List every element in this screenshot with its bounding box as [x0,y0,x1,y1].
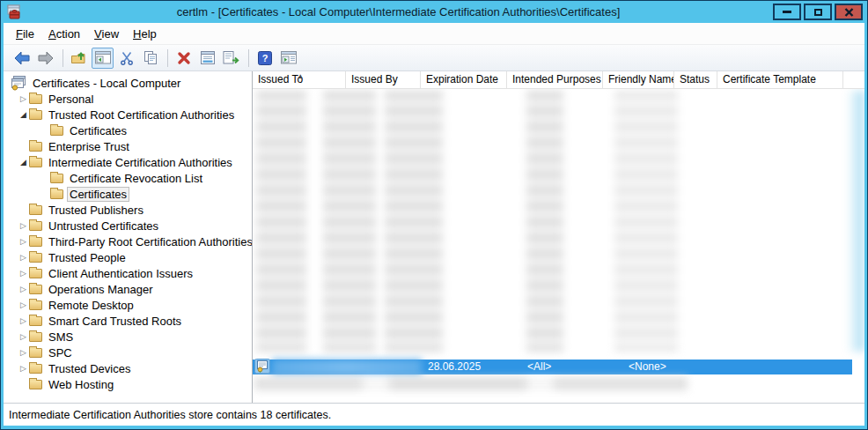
toolbar-separator [167,49,168,67]
menu-help[interactable]: Help [126,25,164,43]
tree-item-smart-card-trusted-roots[interactable]: Smart Card Trusted Roots [4,313,252,329]
tree-item-trusted-publishers[interactable]: Trusted Publishers [4,202,252,218]
selected-friendly-name: <None> [629,360,666,373]
certlm-window: certlm - [Certificates - Local Computer\… [0,0,868,430]
tree-item-trusted-people[interactable]: Trusted People [4,249,252,265]
action-pane-toggle-button[interactable] [277,48,299,69]
list-body[interactable]: 28.06.2025 <All> <None> [253,89,864,403]
menu-view[interactable]: View [87,25,126,43]
tree-item-operations-manager[interactable]: Operations Manager [4,281,252,297]
column-issued-by[interactable]: Issued By [346,71,421,88]
column-status[interactable]: Status [674,71,717,88]
delete-button[interactable] [173,48,195,69]
column-expiration-date[interactable]: Expiration Date [421,71,507,88]
collapse-arrow-icon[interactable] [18,158,29,167]
tree-item-certificate-revocation-list[interactable]: Certificate Revocation List [4,170,252,186]
folder-icon [29,94,42,104]
tree-item-client-authentication-issuers[interactable]: Client Authentication Issuers [4,265,252,281]
folder-icon [50,126,63,136]
folder-icon [29,110,42,120]
tree-item-intermediate-certification-authorities[interactable]: Intermediate Certification Authorities [4,154,252,170]
help-button[interactable]: ? [254,48,276,69]
column-certificate-template[interactable]: Certificate Template [717,71,843,88]
console-tree-toggle-button[interactable] [92,48,114,69]
expand-arrow-icon[interactable] [18,237,29,246]
folder-icon [50,174,63,183]
menu-file[interactable]: File [9,25,41,43]
expand-arrow-icon[interactable] [18,285,29,293]
folder-icon [29,253,42,263]
copy-button[interactable] [139,48,161,69]
mmc-console-icon [5,4,23,21]
back-button[interactable] [11,48,33,69]
titlebar[interactable]: certlm - [Certificates - Local Computer\… [4,1,864,23]
help-icon: ? [258,51,272,65]
column-intended-purposes[interactable]: Intended Purposes [507,71,603,88]
tree-item-third-party-root-certification-authorities[interactable]: Third-Party Root Certification Authoriti… [4,234,252,249]
folder-icon [50,189,63,199]
properties-button[interactable] [196,48,218,69]
folder-icon [29,300,42,310]
close-button[interactable] [835,4,863,20]
expand-arrow-icon[interactable] [18,300,29,309]
toolbar-separator [63,49,63,67]
expand-arrow-icon[interactable] [18,221,29,230]
certificates-store-root-icon [11,76,26,91]
tree-item-web-hosting[interactable]: Web Hosting [4,376,252,392]
tree-item-sms[interactable]: SMS [4,329,252,345]
folder-icon [29,158,42,167]
statusbar: Intermediate Certification Authorities s… [4,403,864,426]
expand-arrow-icon[interactable] [18,94,29,103]
back-icon [13,51,31,65]
minimize-button[interactable] [773,4,801,20]
action-pane-icon [281,51,297,64]
selected-certificate-row[interactable]: 28.06.2025 <All> <None> [253,360,852,374]
selected-expiration-date: 28.06.2025 [428,360,481,373]
menu-action[interactable]: Action [41,25,87,43]
collapse-arrow-icon[interactable] [18,110,29,119]
tree-item-trusted-devices[interactable]: Trusted Devices [4,360,252,376]
forward-icon [37,51,55,65]
tree-item-trusted-root-certification-authorities[interactable]: Trusted Root Certification Authorities [4,107,252,122]
column-friendly-name[interactable]: Friendly Name [603,71,674,88]
cut-button[interactable] [115,48,137,69]
tree-item-enterprise-trust[interactable]: Enterprise Trust [4,138,252,154]
tree-item-spc[interactable]: SPC [4,345,252,360]
tree-item-untrusted-certificates[interactable]: Untrusted Certificates [4,218,252,234]
export-list-button[interactable] [220,48,242,69]
up-one-level-icon [70,50,88,65]
tree-item-certificates-local-computer[interactable]: Certificates - Local Computer [4,75,252,91]
folder-icon [29,332,42,342]
main-area: Certificates - Local Computer Personal T… [4,71,864,403]
expand-arrow-icon[interactable] [18,364,29,373]
maximize-button[interactable] [804,4,832,20]
tree-item-remote-desktop[interactable]: Remote Desktop [4,297,252,313]
expand-arrow-icon[interactable] [18,269,29,278]
folder-icon [29,205,42,215]
window-controls [770,4,863,20]
expand-arrow-icon[interactable] [18,253,29,262]
up-one-level-button[interactable] [68,48,90,69]
tree-item-label: Certificates - Local Computer [30,77,183,90]
tree-item-intermediate-certificates[interactable]: Certificates [4,186,252,202]
status-text: Intermediate Certification Authorities s… [9,409,331,421]
close-icon [844,8,854,17]
redacted-certificate-rows [253,91,864,352]
column-issued-to[interactable]: Issued To▲ [253,71,346,88]
console-tree: Certificates - Local Computer Personal T… [4,71,253,403]
expand-arrow-icon[interactable] [18,332,29,341]
tree-item-trusted-root-certificates[interactable]: Certificates [4,122,252,138]
folder-icon [29,237,42,247]
folder-icon [29,221,42,231]
forward-button[interactable] [34,48,56,69]
expand-arrow-icon[interactable] [18,316,29,325]
tree-item-personal[interactable]: Personal [4,91,252,107]
list-header: Issued To▲ Issued By Expiration Date Int… [253,71,864,89]
column-filler [843,71,864,88]
expand-arrow-icon[interactable] [18,348,29,357]
menubar: File Action View Help [4,23,864,45]
folder-icon [29,285,42,294]
maximize-icon [814,9,822,16]
console-tree-toggle-icon [95,51,111,64]
window-title: certlm - [Certificates - Local Computer\… [26,5,770,19]
